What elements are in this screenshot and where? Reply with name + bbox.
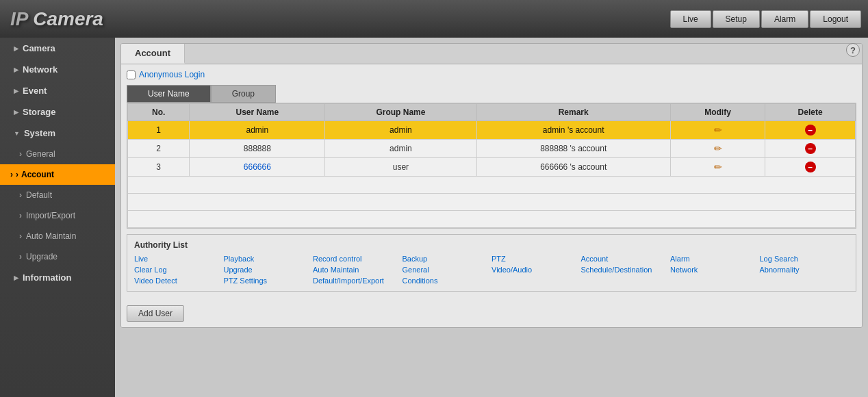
col-username: User Name <box>190 104 325 121</box>
sidebar-item-information[interactable]: Information <box>0 267 115 288</box>
delete-icon[interactable]: – <box>805 143 816 154</box>
authority-defaultimport[interactable]: Default/Import/Export <box>313 276 403 285</box>
sidebar-item-camera[interactable]: Camera <box>0 38 115 59</box>
sidebar-label-importexport: Import/Export <box>26 211 75 220</box>
authority-upgrade[interactable]: Upgrade <box>224 265 314 274</box>
authority-section: Authority List Live Clear Log Video Dete… <box>127 234 856 292</box>
row3-modify[interactable]: ✏ <box>670 158 765 177</box>
authority-conditions[interactable]: Conditions <box>403 276 492 285</box>
row2-remark: 888888 's account <box>476 140 670 158</box>
sidebar-label-network: Network <box>23 64 58 75</box>
sidebar-item-storage[interactable]: Storage <box>0 101 115 123</box>
sidebar-label-upgrade: Upgrade <box>26 252 58 261</box>
row3-delete[interactable]: – <box>765 158 856 177</box>
sidebar-label-camera: Camera <box>23 43 55 53</box>
authority-videoaudio[interactable]: Video/Audio <box>492 265 581 274</box>
table-row-empty <box>128 177 856 194</box>
sidebar-label-event: Event <box>23 86 47 96</box>
tab-content: Anonymous Login User Name Group No. User… <box>121 64 862 327</box>
sidebar-item-general[interactable]: › General <box>0 144 115 164</box>
row1-group: admin <box>325 121 476 140</box>
sidebar-label-account: Account <box>21 170 54 179</box>
sub-tab-username[interactable]: User Name <box>127 85 211 103</box>
sub-tabs: User Name Group <box>127 85 856 103</box>
table-row-empty <box>128 211 856 228</box>
user-table-wrapper: No. User Name Group Name Remark Modify D… <box>127 103 856 229</box>
row3-username: 666666 <box>190 158 325 177</box>
sidebar: Camera Network Event Storage System › Ge… <box>0 38 115 397</box>
user-table: No. User Name Group Name Remark Modify D… <box>127 103 856 228</box>
sidebar-item-system[interactable]: System <box>0 123 115 144</box>
tab-account[interactable]: Account <box>121 44 185 64</box>
authority-ptz[interactable]: PTZ <box>492 254 581 264</box>
authority-alarm[interactable]: Alarm <box>670 254 760 264</box>
logout-button[interactable]: Logout <box>810 10 861 28</box>
anonymous-login-checkbox[interactable] <box>127 71 136 79</box>
setup-button[interactable]: Setup <box>713 10 760 28</box>
delete-icon[interactable]: – <box>805 162 816 172</box>
row2-delete[interactable]: – <box>765 140 856 158</box>
sidebar-item-default[interactable]: › Default <box>0 185 115 205</box>
row3-group: user <box>325 158 476 177</box>
row2-username: 888888 <box>190 140 325 158</box>
authority-abnormality[interactable]: Abnormality <box>760 265 850 274</box>
authority-clearlog[interactable]: Clear Log <box>134 265 224 274</box>
authority-recordcontrol[interactable]: Record control <box>313 254 403 264</box>
add-user-button[interactable]: Add User <box>127 305 184 322</box>
sidebar-item-account[interactable]: › Account <box>0 164 115 185</box>
row1-modify[interactable]: ✏ <box>670 121 765 140</box>
col-remark: Remark <box>476 104 670 121</box>
row1-delete[interactable]: – <box>765 121 856 140</box>
modify-pencil-icon[interactable]: ✏ <box>714 143 722 154</box>
modify-pencil-icon[interactable]: ✏ <box>714 125 722 136</box>
authority-playback[interactable]: Playback <box>224 254 314 264</box>
col-delete: Delete <box>765 104 856 121</box>
tab-panel: Account Anonymous Login User Name Group <box>120 43 863 328</box>
table-row-empty <box>128 194 856 211</box>
row3-remark: 666666 's account <box>476 158 670 177</box>
sidebar-item-event[interactable]: Event <box>0 80 115 101</box>
sidebar-item-upgrade[interactable]: › Upgrade <box>0 246 115 267</box>
row1-no: 1 <box>128 121 190 140</box>
authority-network[interactable]: Network <box>670 265 760 274</box>
row1-username: admin <box>190 121 325 140</box>
sidebar-label-default: Default <box>26 190 52 200</box>
row3-no: 3 <box>128 158 190 177</box>
header-buttons: Live Setup Alarm Logout <box>670 10 861 28</box>
authority-title: Authority List <box>134 240 849 250</box>
row2-no: 2 <box>128 140 190 158</box>
authority-scheduledest[interactable]: Schedule/Destination <box>581 265 671 274</box>
sidebar-label-storage: Storage <box>23 107 55 117</box>
authority-live[interactable]: Live <box>134 254 224 264</box>
authority-backup[interactable]: Backup <box>403 254 492 264</box>
row2-group: admin <box>325 140 476 158</box>
sidebar-item-automaintain[interactable]: › Auto Maintain <box>0 226 115 246</box>
main-layout: Camera Network Event Storage System › Ge… <box>0 38 868 397</box>
content-area: ? Account Anonymous Login User Name Grou… <box>115 38 868 397</box>
authority-automaintain[interactable]: Auto Maintain <box>313 265 403 274</box>
authority-videodetect[interactable]: Video Detect <box>134 276 224 285</box>
delete-icon[interactable]: – <box>805 125 816 136</box>
alarm-button[interactable]: Alarm <box>761 10 808 28</box>
row2-modify[interactable]: ✏ <box>670 140 765 158</box>
row1-remark: admin 's account <box>476 121 670 140</box>
authority-grid: Live Clear Log Video Detect Playback Upg… <box>134 254 849 285</box>
sub-tab-group[interactable]: Group <box>211 85 276 103</box>
modify-pencil-icon[interactable]: ✏ <box>714 162 722 172</box>
col-groupname: Group Name <box>325 104 476 121</box>
sidebar-item-importexport[interactable]: › Import/Export <box>0 205 115 226</box>
authority-general[interactable]: General <box>403 265 492 274</box>
authority-account[interactable]: Account <box>581 254 671 264</box>
help-icon[interactable]: ? <box>846 43 860 57</box>
anonymous-login-label[interactable]: Anonymous Login <box>139 70 205 79</box>
col-modify: Modify <box>670 104 765 121</box>
col-no: No. <box>128 104 190 121</box>
tab-header: Account <box>121 44 862 64</box>
authority-logsearch[interactable]: Log Search <box>760 254 850 264</box>
sidebar-label-general: General <box>26 149 55 159</box>
authority-ptzsettings[interactable]: PTZ Settings <box>224 276 314 285</box>
header: IP Camera Live Setup Alarm Logout <box>0 0 868 38</box>
live-button[interactable]: Live <box>670 10 711 28</box>
table-row: 2 888888 admin 888888 's account ✏ – <box>128 140 856 158</box>
sidebar-item-network[interactable]: Network <box>0 59 115 80</box>
